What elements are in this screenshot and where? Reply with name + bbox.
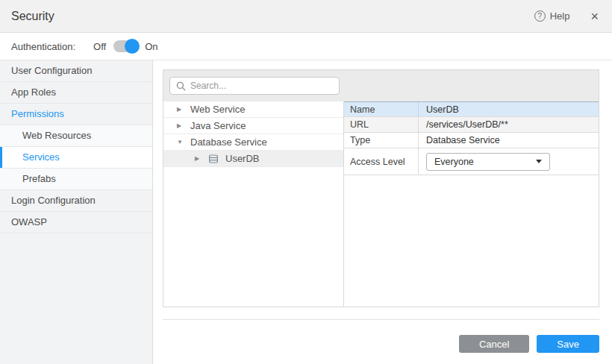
dropdown-caret-icon bbox=[536, 160, 542, 163]
chevron-right-icon[interactable]: ▶ bbox=[177, 107, 184, 113]
tree-item-userdb[interactable]: ▶ UserDB bbox=[163, 151, 343, 167]
authentication-toggle[interactable] bbox=[113, 40, 137, 52]
services-panel: ▶ Web Service ▶ Java Service ▼ Database … bbox=[163, 69, 599, 307]
authentication-bar: Authentication: Off On bbox=[0, 33, 612, 60]
table-row-url: URL /services/UserDB/** bbox=[344, 117, 599, 133]
sidebar-item-permissions[interactable]: Permissions bbox=[0, 104, 152, 125]
toggle-on-label: On bbox=[145, 41, 157, 52]
service-tree: ▶ Web Service ▶ Java Service ▼ Database … bbox=[163, 101, 344, 307]
panel-content: ▶ Web Service ▶ Java Service ▼ Database … bbox=[163, 101, 599, 307]
row-value: Database Service bbox=[419, 133, 599, 148]
sidebar-item-app-roles[interactable]: App Roles bbox=[0, 82, 152, 104]
chevron-right-icon[interactable]: ▶ bbox=[195, 156, 202, 162]
tree-item-label: Web Service bbox=[190, 104, 245, 115]
sidebar-item-web-resources[interactable]: Web Resources bbox=[0, 125, 152, 147]
row-value: Everyone bbox=[419, 148, 599, 175]
tree-item-java-service[interactable]: ▶ Java Service bbox=[163, 118, 343, 134]
tree-item-label: Java Service bbox=[190, 120, 246, 131]
access-level-dropdown[interactable]: Everyone bbox=[426, 153, 550, 171]
row-label: Type bbox=[344, 133, 419, 148]
access-level-value: Everyone bbox=[434, 157, 474, 167]
sidebar: User Configuration App Roles Permissions… bbox=[0, 60, 153, 364]
help-button[interactable]: ? Help bbox=[534, 10, 570, 22]
row-label: Access Level bbox=[344, 148, 419, 175]
footer: Cancel Save bbox=[163, 320, 599, 363]
tree-item-web-service[interactable]: ▶ Web Service bbox=[163, 101, 343, 118]
toggle-knob bbox=[125, 39, 140, 54]
security-dialog: Security ? Help × Authentication: Off On… bbox=[0, 0, 612, 364]
row-label: Name bbox=[344, 102, 419, 116]
search-icon bbox=[176, 81, 186, 91]
help-label: Help bbox=[550, 10, 570, 22]
table-row-access-level: Access Level Everyone bbox=[344, 148, 599, 175]
tree-item-database-service[interactable]: ▼ Database Service bbox=[163, 134, 343, 151]
search-strip bbox=[163, 70, 599, 101]
database-icon bbox=[208, 154, 219, 164]
sidebar-item-services[interactable]: Services bbox=[0, 147, 152, 169]
sidebar-item-owasp[interactable]: OWASP bbox=[0, 212, 152, 233]
authentication-label: Authentication: bbox=[11, 41, 75, 52]
main-content: ▶ Web Service ▶ Java Service ▼ Database … bbox=[153, 60, 612, 364]
sidebar-item-login-configuration[interactable]: Login Configuration bbox=[0, 190, 152, 212]
row-label: URL bbox=[344, 117, 419, 132]
table-row-type: Type Database Service bbox=[344, 133, 599, 148]
table-row-name: Name UserDB bbox=[344, 101, 599, 117]
chevron-down-icon[interactable]: ▼ bbox=[177, 139, 184, 145]
page-title: Security bbox=[11, 10, 534, 23]
dialog-body: User Configuration App Roles Permissions… bbox=[0, 60, 612, 364]
toggle-off-label: Off bbox=[93, 41, 106, 52]
row-value: /services/UserDB/** bbox=[419, 117, 599, 132]
save-button[interactable]: Save bbox=[537, 335, 599, 353]
row-value: UserDB bbox=[419, 102, 599, 116]
sidebar-item-prefabs[interactable]: Prefabs bbox=[0, 169, 152, 190]
tree-item-label: UserDB bbox=[225, 153, 260, 164]
chevron-right-icon[interactable]: ▶ bbox=[177, 123, 184, 129]
search-box bbox=[169, 77, 340, 95]
service-details: Name UserDB URL /services/UserDB/** Type… bbox=[344, 101, 599, 307]
tree-item-label: Database Service bbox=[190, 136, 267, 148]
help-icon: ? bbox=[534, 10, 546, 22]
sidebar-item-user-configuration[interactable]: User Configuration bbox=[0, 60, 152, 82]
close-icon[interactable]: × bbox=[590, 10, 599, 23]
title-bar: Security ? Help × bbox=[0, 0, 612, 33]
cancel-button[interactable]: Cancel bbox=[459, 335, 529, 353]
search-input[interactable] bbox=[190, 81, 333, 91]
